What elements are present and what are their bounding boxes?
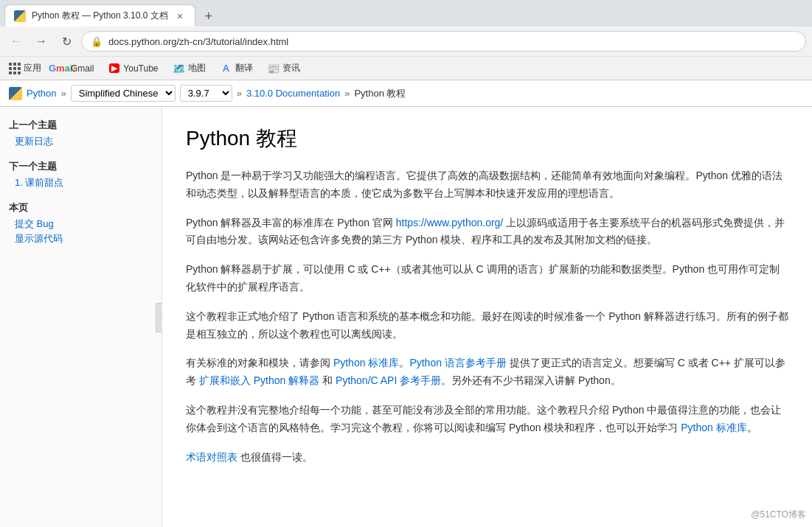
url-text: docs.python.org/zh-cn/3/tutorial/index.h… <box>108 36 797 47</box>
breadcrumb-sep-2: » <box>237 88 242 99</box>
news-icon: 📰 <box>268 63 280 74</box>
stdlib-link-2[interactable]: Python 标准库 <box>681 422 746 433</box>
address-bar: ← → ↻ 🔒 docs.python.org/zh-cn/3/tutorial… <box>0 27 812 56</box>
bookmark-youtube-label: YouTube <box>123 63 158 74</box>
translate-icon: A <box>221 63 232 74</box>
content-para-2: Python 解释器及丰富的标准库在 Python 官网 https://www… <box>186 214 788 250</box>
extending-link[interactable]: 扩展和嵌入 Python 解释器 <box>199 374 319 386</box>
sidebar-next-section: 下一个主题 1. 课前甜点 <box>9 160 153 189</box>
version-dropdown[interactable]: 3.9.7 3.10.0 <box>180 85 232 102</box>
capi-link[interactable]: Python/C API 参考手册 <box>336 374 441 386</box>
content-para-3: Python 解释器易于扩展，可以使用 C 或 C++（或者其他可以从 C 调用… <box>186 261 788 296</box>
sidebar-next-link[interactable]: 1. 课前甜点 <box>15 177 63 188</box>
back-button[interactable]: ← <box>6 31 27 52</box>
bookmark-news[interactable]: 📰 资讯 <box>265 60 303 76</box>
sidebar-source-link[interactable]: 显示源代码 <box>15 233 63 244</box>
breadcrumb-sep-1: » <box>60 88 66 99</box>
breadcrumb-sep-3: » <box>344 88 350 99</box>
bookmarks-bar: 应用 Gmail Gmail ▶ YouTube 🗺️ 地图 A 翻译 📰 <box>0 56 812 80</box>
sidebar-bug-item: 提交 Bug <box>15 217 153 231</box>
breadcrumb-docs-link[interactable]: 3.10.0 Documentation <box>246 88 340 99</box>
lock-icon: 🔒 <box>91 36 103 47</box>
page-title: Python 教程 <box>186 125 788 153</box>
langref-link[interactable]: Python 语言参考手册 <box>409 357 506 369</box>
active-tab[interactable]: Python 教程 — Python 3.10.0 文档 × <box>4 4 195 27</box>
page-area: Python » Simplified Chinese English 3.9.… <box>0 80 812 527</box>
breadcrumb-python-link[interactable]: Python <box>27 88 56 99</box>
glossary-link[interactable]: 术语对照表 <box>186 451 237 463</box>
sidebar-thispage-title: 本页 <box>9 201 153 214</box>
bookmark-maps[interactable]: 🗺️ 地图 <box>170 60 209 76</box>
sidebar-thispage-section: 本页 提交 Bug 显示源代码 <box>9 201 153 245</box>
bookmark-apps[interactable]: 应用 <box>6 60 44 76</box>
main-content: Python 教程 Python 是一种易于学习又功能强大的编程语言。它提供了高… <box>162 107 812 527</box>
tab-close-button[interactable]: × <box>174 10 186 22</box>
language-dropdown[interactable]: Simplified Chinese English <box>71 85 176 102</box>
sidebar-prev-section: 上一个主题 更新日志 <box>9 119 153 148</box>
tab-favicon <box>14 10 26 22</box>
main-layout: 上一个主题 更新日志 下一个主题 1. 课前甜点 本页 提交 Bug 显示源代码 <box>0 107 812 527</box>
sidebar-bug-link[interactable]: 提交 Bug <box>15 218 54 229</box>
stdlib-link[interactable]: Python 标准库 <box>333 357 399 369</box>
gmail-icon: Gmail <box>56 63 68 74</box>
apps-icon <box>9 63 21 74</box>
sidebar-next-title: 下一个主题 <box>9 160 153 173</box>
bookmark-maps-label: 地图 <box>188 62 206 74</box>
sidebar-source-item: 显示源代码 <box>15 232 153 245</box>
content-para-7: 术语对照表 也很值得一读。 <box>186 449 788 467</box>
python-org-link[interactable]: https://www.python.org/ <box>396 217 504 228</box>
watermark: @51CTO博客 <box>751 509 806 521</box>
python-logo <box>9 87 22 100</box>
maps-icon: 🗺️ <box>173 63 185 74</box>
breadcrumb-current: Python 教程 <box>354 87 406 100</box>
content-para-5: 有关标准的对象和模块，请参阅 Python 标准库。Python 语言参考手册 … <box>186 355 788 390</box>
sidebar-collapse-button[interactable]: « <box>156 303 162 332</box>
youtube-icon: ▶ <box>108 63 120 74</box>
bookmark-translate-label: 翻译 <box>235 62 253 74</box>
new-tab-button[interactable]: + <box>198 6 219 27</box>
sidebar-prev-title: 上一个主题 <box>9 119 153 132</box>
breadcrumb: Python » Simplified Chinese English 3.9.… <box>0 80 812 107</box>
url-bar[interactable]: 🔒 docs.python.org/zh-cn/3/tutorial/index… <box>81 31 806 52</box>
bookmark-youtube[interactable]: ▶ YouTube <box>105 61 161 76</box>
tab-title: Python 教程 — Python 3.10.0 文档 <box>32 10 168 22</box>
content-para-1: Python 是一种易于学习又功能强大的编程语言。它提供了高效的高级数据结构，还… <box>186 167 788 203</box>
sidebar: 上一个主题 更新日志 下一个主题 1. 课前甜点 本页 提交 Bug 显示源代码 <box>0 107 162 527</box>
tab-bar: Python 教程 — Python 3.10.0 文档 × + <box>0 0 812 27</box>
content-para-4: 这个教程非正式地介绍了 Python 语言和系统的基本概念和功能。最好在阅读的时… <box>186 308 788 343</box>
bookmark-gmail-label: Gmail <box>71 63 94 74</box>
refresh-button[interactable]: ↻ <box>56 31 77 52</box>
sidebar-next-item: 1. 课前甜点 <box>15 176 153 189</box>
forward-button[interactable]: → <box>31 31 52 52</box>
bookmark-gmail[interactable]: Gmail Gmail <box>53 61 97 76</box>
bookmark-translate[interactable]: A 翻译 <box>218 60 256 76</box>
content-para-6: 这个教程并没有完整地介绍每一个功能，甚至可能没有涉及全部的常用功能。这个教程只介… <box>186 402 788 437</box>
bookmark-news-label: 资讯 <box>282 62 300 74</box>
sidebar-prev-link-item: 更新日志 <box>15 135 153 148</box>
bookmark-apps-label: 应用 <box>24 62 41 74</box>
browser-chrome: Python 教程 — Python 3.10.0 文档 × + ← → ↻ 🔒… <box>0 0 812 80</box>
sidebar-prev-link[interactable]: 更新日志 <box>15 136 53 147</box>
